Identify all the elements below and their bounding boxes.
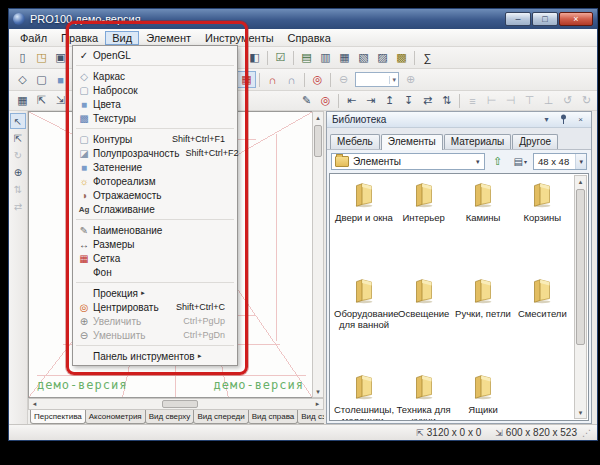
menubar-item-5[interactable]: Справка — [281, 31, 338, 45]
report-4-button[interactable]: ▧ — [354, 49, 373, 66]
scroll-down-icon[interactable]: ▾ — [313, 386, 324, 397]
align-top-button[interactable]: ↥ — [380, 92, 399, 109]
swap-button[interactable]: ⇋ — [596, 92, 600, 109]
folder-item[interactable]: Камины — [453, 180, 512, 268]
menu-item[interactable]: ◑Отражаемость — [73, 188, 237, 202]
resize-grip[interactable]: ⋰ — [582, 428, 591, 438]
menu-item[interactable]: ✎Наименование — [73, 223, 237, 237]
format-button[interactable]: ✎ — [297, 92, 316, 109]
align-bottom-button[interactable]: ↧ — [399, 92, 418, 109]
chevron-down-icon[interactable]: ▾ — [472, 158, 484, 166]
report-3-button[interactable]: ▦ — [335, 49, 354, 66]
autocenter-button[interactable]: ◎ — [308, 71, 327, 88]
rotate-right-button[interactable]: ↻ — [577, 92, 596, 109]
pin-panel-button[interactable] — [556, 113, 571, 127]
report-1-button[interactable]: ▤ — [297, 49, 316, 66]
icon-size-combo[interactable]: 48 x 48 ▾ — [533, 153, 587, 170]
rotate-left-button[interactable]: ↺ — [558, 92, 577, 109]
summary-button[interactable]: ∑ — [418, 49, 437, 66]
menu-item[interactable]: ■Цвета — [73, 97, 237, 111]
select-tool-button[interactable]: ↖ — [10, 113, 26, 129]
menu-item[interactable]: ▢КонтурыShift+Ctrl+F1 — [73, 132, 237, 146]
grid-toggle-button[interactable]: ▦ — [237, 71, 256, 88]
folder-item[interactable]: Интерьер — [394, 180, 453, 268]
panel-menu-button[interactable]: ▾ — [539, 113, 554, 127]
maximize-button[interactable]: □ — [532, 12, 558, 26]
open-file-button[interactable]: ◳ — [32, 49, 51, 66]
view-tab-5[interactable]: Вид сзади — [297, 410, 324, 424]
menubar-item-4[interactable]: Инструменты — [198, 31, 281, 45]
menu-item[interactable]: ◪ПолупрозрачностьShift+Ctrl+F2 — [73, 146, 237, 160]
menu-item[interactable]: ↔Размеры — [73, 237, 237, 251]
folder-item[interactable]: Освещение — [394, 276, 453, 364]
view-mode-button[interactable]: ▤▾ — [511, 152, 530, 171]
folder-item[interactable]: Двери и окна — [334, 180, 394, 268]
menu-item[interactable]: ◇Каркас — [73, 69, 237, 83]
price-list-button[interactable]: ☑ — [271, 49, 290, 66]
sketch-view-button[interactable]: ▢ — [32, 71, 51, 88]
rotate-tool-button[interactable]: ↻ — [10, 147, 26, 163]
menu-item[interactable]: ■Затенение — [73, 160, 237, 174]
folder-item[interactable]: Смесители — [513, 276, 572, 364]
library-path-combo[interactable]: Элементы ▾ — [331, 153, 485, 170]
view-tab-3[interactable]: Вид спереди — [193, 410, 248, 424]
snap-magnet-button[interactable]: ∩ — [263, 71, 282, 88]
pan-tool-button[interactable]: ⇅ — [10, 181, 26, 197]
library-tab-2[interactable]: Материалы — [444, 134, 512, 149]
menu-item[interactable]: ▩Текстуры — [73, 111, 237, 125]
flip-h-button[interactable]: ⊣ — [501, 92, 520, 109]
folder-item[interactable]: Оборудование для ванной — [334, 276, 394, 364]
mirror-button[interactable]: ⊥ — [539, 92, 558, 109]
colors-view-button[interactable]: ■ — [51, 71, 70, 88]
scroll-left-icon[interactable]: ◂ — [29, 399, 40, 410]
folder-item[interactable]: Техника для кухни — [394, 372, 453, 421]
report-5-button[interactable]: ▨ — [373, 49, 392, 66]
folder-item[interactable]: Корзины — [513, 180, 572, 268]
library-tab-3[interactable]: Другое — [512, 134, 558, 149]
menu-item[interactable]: ▢Набросок — [73, 83, 237, 97]
zoom-in-button[interactable]: ⊕ — [401, 71, 420, 88]
minimize-button[interactable]: – — [505, 12, 531, 26]
menu-item[interactable]: ⊖УменьшитьCtrl+PgDn — [73, 328, 237, 342]
menubar-item-3[interactable]: Элемент — [139, 31, 198, 45]
snap-objects-button[interactable]: ∩ — [282, 71, 301, 88]
scroll-thumb[interactable] — [162, 400, 198, 408]
report-6-button[interactable]: ▩ — [392, 49, 411, 66]
properties-button[interactable]: ◧ — [245, 49, 264, 66]
measure-tool-button[interactable]: ⊕ — [10, 164, 26, 180]
distribute-h-button[interactable]: ⇄ — [418, 92, 437, 109]
distribute-v-button[interactable]: ⇅ — [437, 92, 456, 109]
group-button[interactable]: ≡ — [463, 92, 482, 109]
view-tab-4[interactable]: Вид справа — [248, 410, 299, 424]
menu-item[interactable]: ⊕УвеличитьCtrl+PgUp — [73, 314, 237, 328]
zoom-level-combo[interactable]: ▾ — [355, 72, 399, 87]
center-view-button[interactable]: ◎ — [316, 92, 335, 109]
new-file-button[interactable]: ▯ — [13, 49, 32, 66]
library-scrollbar[interactable]: ▴ ▾ — [574, 175, 587, 419]
menubar-item-2[interactable]: Вид — [105, 31, 139, 45]
canvas-horizontal-scrollbar[interactable]: ◂ ▸ — [28, 398, 324, 410]
ungroup-button[interactable]: ⊢ — [482, 92, 501, 109]
scroll-right-icon[interactable]: ▸ — [312, 399, 323, 410]
report-2-button[interactable]: ▥ — [316, 49, 335, 66]
menu-item[interactable]: Проекция► — [73, 286, 237, 300]
folder-item[interactable]: Столешницы, молдинги, гар... — [334, 372, 394, 421]
canvas-vertical-scrollbar[interactable]: ▴ ▾ — [312, 111, 324, 398]
library-tab-0[interactable]: Мебель — [330, 134, 380, 149]
zoom-out-button[interactable]: ⊖ — [334, 71, 353, 88]
menu-item[interactable]: ▦Сетка — [73, 251, 237, 265]
folder-up-button[interactable]: ⇧ — [488, 152, 508, 171]
menu-item[interactable]: AgСглаживание — [73, 202, 237, 216]
menu-item[interactable]: ✓OpenGL — [73, 48, 237, 62]
view-tab-1[interactable]: Аксонометрия — [85, 410, 146, 424]
align-right-button[interactable]: ⇥ — [361, 92, 380, 109]
scroll-up-icon[interactable]: ▴ — [313, 112, 324, 123]
walk-tool-button[interactable]: ⇄ — [10, 198, 26, 214]
save-button[interactable]: ▣ — [51, 49, 70, 66]
library-tab-1[interactable]: Элементы — [381, 134, 443, 150]
menubar-item-1[interactable]: Правка — [54, 31, 105, 45]
menu-item[interactable]: ◎ЦентрироватьShift+Ctrl+C — [73, 300, 237, 314]
wireframe-view-button[interactable]: ◇ — [13, 71, 32, 88]
scroll-down-icon[interactable]: ▾ — [575, 407, 586, 418]
scroll-up-icon[interactable]: ▴ — [575, 176, 586, 187]
